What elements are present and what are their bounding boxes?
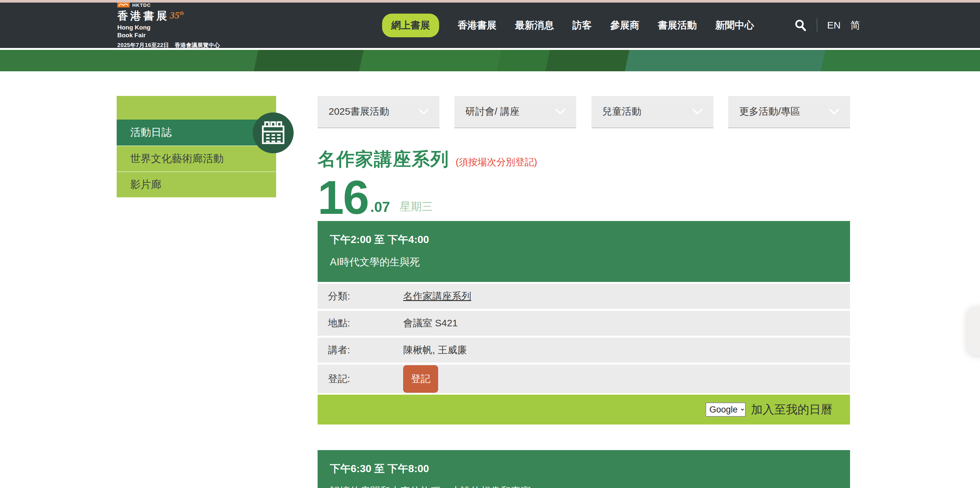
logo-edition: 35th [170, 10, 184, 20]
sidebar-spacer [117, 96, 276, 119]
main-area: 活動日誌 世界文化藝術廊活動 影片廊 2025書展活動 [0, 96, 980, 488]
add-to-calendar-label: 加入至我的日曆 [751, 402, 832, 418]
filter-bar: 2025書展活動 研討會/ 講座 兒童活動 更多活動/專區 [318, 96, 850, 128]
date-month: .07 [370, 199, 390, 215]
nav-item-exhibitors[interactable]: 參展商 [610, 19, 640, 32]
filter-dropdown-more-events[interactable]: 更多活動/專區 [728, 96, 850, 128]
event-detail-category: 分類: 名作家講座系列 [318, 284, 850, 309]
calendar-provider-select[interactable]: Google [705, 402, 746, 417]
content: 2025書展活動 研討會/ 講座 兒童活動 更多活動/專區 名作家講座系列 (須… [318, 96, 850, 488]
event-diary-badge [253, 113, 294, 153]
sidebar-item-world-culture-gallery[interactable]: 世界文化藝術廊活動 [117, 146, 276, 172]
nav-item-hk-book-fair[interactable]: 香港書展 [458, 19, 496, 32]
event-card-1: 下午2:00 至 下午4:00 AI時代文學的生與死 分類: 名作家講座系列 地… [318, 221, 850, 424]
date-day: 16 [318, 180, 368, 215]
event-header: 下午2:00 至 下午4:00 AI時代文學的生與死 [318, 221, 850, 282]
hero-segment [358, 50, 510, 71]
header-utilities: EN 简 [794, 18, 860, 32]
registration-note: (須按場次分別登記) [456, 156, 537, 169]
sidebar-item-video-gallery[interactable]: 影片廊 [117, 172, 276, 197]
lang-switch-simplified[interactable]: 简 [850, 19, 860, 32]
chevron-down-icon [692, 109, 702, 115]
event-time: 下午2:00 至 下午4:00 [330, 233, 838, 247]
hktdc-logo-icon [117, 3, 130, 8]
event-card-2: 下午6:30 至 下午8:00 記憶的房間和未來的旅程：小說的想像和真實 [318, 450, 850, 488]
site-header: HKTDC 香港書展 35th Hong Kong Book Fair 2025… [0, 3, 980, 48]
lang-switch-en[interactable]: EN [827, 20, 841, 31]
event-title: 記憶的房間和未來的旅程：小說的想像和真實 [330, 485, 838, 488]
nav-item-online-book-fair[interactable]: 網上書展 [382, 14, 439, 37]
sidebar: 活動日誌 世界文化藝術廊活動 影片廊 [117, 96, 276, 197]
logo-date-venue: 2025年7月16至22日 香港會議展覽中心 [117, 43, 220, 48]
search-icon[interactable] [794, 19, 807, 32]
nav-item-press-centre[interactable]: 新聞中心 [715, 19, 754, 32]
date-weekday: 星期三 [400, 199, 433, 214]
chevron-down-icon [829, 109, 839, 115]
event-time: 下午6:30 至 下午8:00 [330, 462, 838, 476]
header-divider [817, 18, 817, 32]
nav-item-latest-news[interactable]: 最新消息 [515, 19, 554, 32]
event-detail-speakers: 講者: 陳楸帆, 王威廉 [318, 338, 850, 362]
filter-dropdown-2025-events[interactable]: 2025書展活動 [318, 96, 439, 128]
date-header: 16 .07 星期三 [318, 180, 850, 215]
filter-dropdown-children-events[interactable]: 兒童活動 [592, 96, 713, 128]
logo-title-en: Hong Kong Book Fair [117, 24, 220, 39]
nav-item-fair-events[interactable]: 書展活動 [658, 19, 697, 32]
event-header: 下午6:30 至 下午8:00 記憶的房間和未來的旅程：小說的想像和真實 [318, 450, 850, 488]
event-detail-venue: 地點: 會議室 S421 [318, 311, 850, 336]
hero-segment [545, 50, 635, 71]
chevron-down-icon [555, 109, 565, 115]
site-logo[interactable]: HKTDC 香港書展 35th Hong Kong Book Fair 2025… [117, 3, 220, 48]
event-detail-register: 登記: 登記 [318, 364, 850, 393]
sidebar-item-event-diary[interactable]: 活動日誌 [117, 119, 276, 146]
filter-dropdown-seminars[interactable]: 研討會/ 講座 [454, 96, 576, 128]
calendar-icon [261, 120, 285, 146]
category-link[interactable]: 名作家講座系列 [403, 290, 471, 303]
main-nav: 網上書展 香港書展 最新消息 訪客 參展商 書展活動 新聞中心 [382, 14, 754, 37]
floating-side-widget[interactable] [967, 307, 980, 355]
logo-title-zh: 香港書展 [117, 10, 169, 21]
page-title: 名作家講座系列 (須按場次分別登記) [318, 147, 850, 172]
hero-segment [253, 50, 367, 71]
nav-item-visitors[interactable]: 訪客 [572, 19, 592, 32]
hero-banner [0, 50, 980, 71]
add-to-calendar-bar: Google 加入至我的日曆 [318, 395, 850, 424]
series-title: 名作家講座系列 [318, 147, 449, 172]
hero-segment [624, 50, 830, 71]
register-button[interactable]: 登記 [403, 365, 438, 393]
hktdc-brand-text: HKTDC [132, 3, 151, 8]
hero-segment [820, 50, 980, 71]
chevron-down-icon [419, 109, 428, 115]
event-title: AI時代文學的生與死 [330, 255, 838, 269]
